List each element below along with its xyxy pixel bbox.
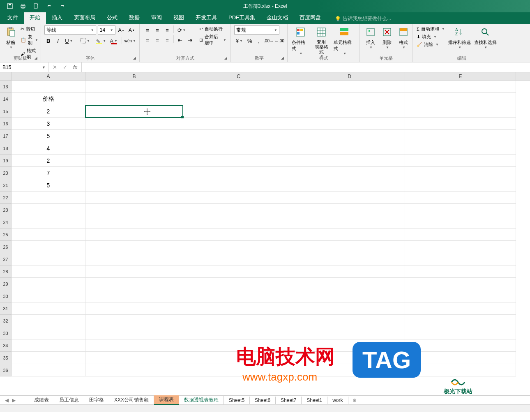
cell[interactable]	[405, 81, 516, 93]
cell[interactable]	[12, 364, 85, 376]
cell[interactable]	[183, 253, 294, 265]
cell[interactable]	[294, 130, 405, 142]
sheet-tab-2[interactable]: 员工信息	[54, 396, 84, 404]
cell[interactable]	[405, 339, 516, 352]
cell[interactable]	[183, 118, 294, 130]
sheet-tab-11[interactable]: work	[327, 397, 348, 404]
col-header-e[interactable]: E	[405, 72, 516, 80]
cell[interactable]	[405, 105, 516, 118]
cell[interactable]	[405, 228, 516, 241]
tab-pdf[interactable]: PDF工具集	[223, 12, 261, 24]
cell[interactable]	[405, 155, 516, 167]
cell[interactable]	[405, 290, 516, 302]
delete-cells-button[interactable]: 删除▼	[379, 25, 395, 50]
increase-font-icon[interactable]: A▲	[117, 25, 126, 35]
cell[interactable]	[12, 278, 85, 290]
font-size-select[interactable]: 14▼	[98, 25, 115, 35]
col-header-a[interactable]: A	[12, 72, 85, 80]
comma-icon[interactable]: ,	[255, 36, 263, 45]
col-header-d[interactable]: D	[294, 72, 405, 80]
col-header-b[interactable]: B	[85, 72, 183, 80]
row-header[interactable]: 13	[0, 81, 12, 93]
cell[interactable]	[183, 204, 294, 216]
cell[interactable]	[183, 179, 294, 192]
sheet-tab-9[interactable]: Sheet7	[276, 397, 302, 404]
indent-increase-icon[interactable]: ⇥	[185, 35, 194, 44]
cell[interactable]	[405, 253, 516, 265]
cell[interactable]	[405, 265, 516, 278]
sheet-nav-next[interactable]: ▶	[12, 397, 16, 403]
cell[interactable]	[183, 155, 294, 167]
tab-review[interactable]: 审阅	[145, 12, 168, 24]
cancel-icon[interactable]: ✕	[53, 64, 57, 70]
cell[interactable]	[85, 253, 183, 265]
sheet-tab-3[interactable]: 田字格	[84, 396, 109, 404]
cell[interactable]	[85, 93, 183, 105]
cell[interactable]	[12, 216, 85, 228]
align-top-icon[interactable]: ≡	[143, 25, 152, 35]
fx-icon[interactable]: fx	[73, 64, 77, 70]
cell-style-button[interactable]: 单元格样式▼	[332, 25, 357, 56]
row-header[interactable]: 22	[0, 192, 12, 204]
cell[interactable]	[183, 167, 294, 179]
save-icon[interactable]	[3, 0, 16, 12]
autosum-button[interactable]: Σ自动求和▼	[415, 25, 447, 32]
row-header[interactable]: 21	[0, 179, 12, 192]
cell[interactable]	[294, 290, 405, 302]
bold-button[interactable]: B	[44, 36, 52, 45]
underline-button[interactable]: U▼	[64, 36, 74, 45]
cell[interactable]: 2	[12, 155, 85, 167]
row-header[interactable]: 31	[0, 302, 12, 315]
row-header[interactable]: 25	[0, 228, 12, 241]
cell[interactable]	[294, 179, 405, 192]
row-header[interactable]: 32	[0, 315, 12, 327]
border-button[interactable]: ▼	[80, 36, 90, 45]
cell[interactable]	[85, 278, 183, 290]
number-launcher[interactable]: ◢	[281, 56, 286, 61]
sort-filter-button[interactable]: AZ排序和筛选▼	[447, 25, 472, 50]
cell[interactable]	[405, 142, 516, 155]
cell[interactable]	[294, 204, 405, 216]
cell[interactable]	[183, 278, 294, 290]
cell[interactable]: 4	[12, 142, 85, 155]
cell[interactable]	[12, 302, 85, 315]
cell[interactable]	[405, 130, 516, 142]
number-format-select[interactable]: 常规▼	[234, 25, 279, 35]
row-header[interactable]: 27	[0, 253, 12, 265]
cell[interactable]	[85, 142, 183, 155]
indent-decrease-icon[interactable]: ⇤	[175, 35, 184, 44]
cell[interactable]	[85, 155, 183, 167]
cell[interactable]	[405, 216, 516, 228]
cell[interactable]	[405, 192, 516, 204]
cell[interactable]	[405, 167, 516, 179]
formula-input[interactable]	[82, 62, 530, 72]
cell[interactable]	[12, 352, 85, 364]
cell[interactable]	[183, 228, 294, 241]
tab-jinshan[interactable]: 金山文档	[261, 12, 294, 24]
cell[interactable]	[405, 364, 516, 376]
cell[interactable]	[85, 339, 183, 352]
tell-me-search[interactable]: 💡 告诉我您想要做什么...	[335, 14, 391, 24]
row-header[interactable]: 26	[0, 241, 12, 253]
cell[interactable]	[85, 118, 183, 130]
cell[interactable]	[183, 93, 294, 105]
cell[interactable]	[85, 192, 183, 204]
cell[interactable]	[85, 315, 183, 327]
redo-icon[interactable]	[56, 0, 69, 12]
wrap-text-button[interactable]: ↩自动换行	[198, 25, 228, 32]
row-header[interactable]: 29	[0, 278, 12, 290]
cell[interactable]	[405, 302, 516, 315]
cell[interactable]	[405, 241, 516, 253]
font-color-button[interactable]: A▼	[108, 36, 119, 45]
cell[interactable]: 3	[12, 118, 85, 130]
cell[interactable]	[294, 81, 405, 93]
cell[interactable]	[405, 327, 516, 339]
orientation-icon[interactable]: ⟳▼	[175, 25, 188, 35]
cell[interactable]	[294, 192, 405, 204]
row-header[interactable]: 30	[0, 290, 12, 302]
cell[interactable]	[85, 364, 183, 376]
sheet-tab-10[interactable]: Sheet1	[302, 397, 327, 404]
cell[interactable]	[294, 327, 405, 339]
row-header[interactable]: 23	[0, 204, 12, 216]
increase-decimal-icon[interactable]: .00→	[264, 36, 273, 45]
